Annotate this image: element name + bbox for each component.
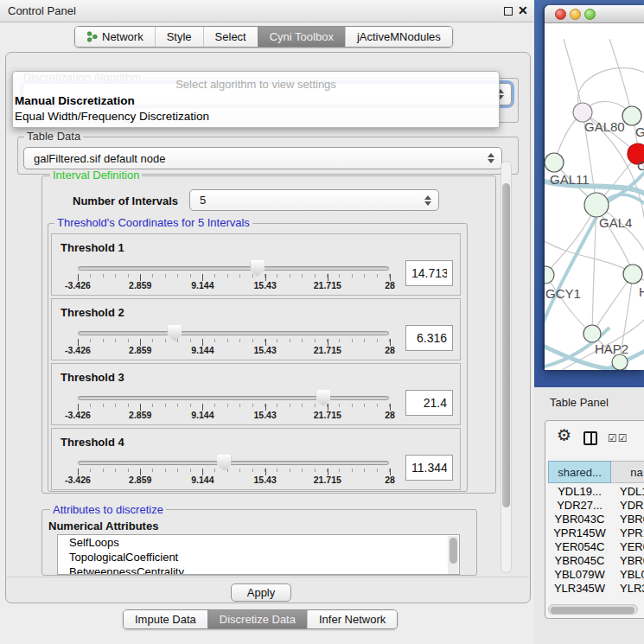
threshold-2-slider[interactable] <box>78 331 389 335</box>
cell-name[interactable]: YBR0 <box>611 513 644 526</box>
slider-tick-labels: -3.426 2.859 9.144 15.43 21.715 28 <box>78 280 390 290</box>
tab-jactivemnodules[interactable]: jActiveMNodules <box>345 27 452 47</box>
tick-label: -3.426 <box>65 280 91 290</box>
network-node[interactable] <box>612 354 628 370</box>
close-icon[interactable]: ✕ <box>518 3 528 17</box>
tab-impute-data[interactable]: Impute Data <box>124 610 207 628</box>
scrollbar-thumb[interactable] <box>502 183 510 507</box>
node-label-clipped-ga: GA <box>635 124 644 139</box>
dropdown-option-equal-width-frequency[interactable]: Equal Width/Frequency Discretization <box>15 110 209 123</box>
close-window-icon[interactable] <box>555 9 566 20</box>
tick-label: 9.144 <box>191 475 214 485</box>
tab-impute-data-label: Impute Data <box>135 613 196 626</box>
tab-infer-network[interactable]: Infer Network <box>307 610 397 628</box>
numerical-attributes-list: SelfLoops TopologicalCoefficient Between… <box>57 534 460 575</box>
scrollbar-thumb[interactable] <box>450 538 457 564</box>
cell-shared-name[interactable]: YBR043C <box>548 513 611 526</box>
tab-network[interactable]: Network <box>75 27 155 47</box>
tick-label: 21.715 <box>314 280 341 290</box>
threshold-3-slider[interactable] <box>78 396 389 400</box>
divider <box>7 577 529 577</box>
tick-label: 9.144 <box>191 345 214 355</box>
float-window-icon[interactable] <box>504 7 513 16</box>
threshold-4-value-field[interactable] <box>405 455 453 481</box>
tick-label: 15.43 <box>253 475 276 485</box>
cell-name[interactable]: YPR1 <box>611 526 644 539</box>
threshold-row-3: Threshold 3 -3.426 2.859 9.144 15.43 21.… <box>51 363 461 425</box>
table-horizontal-scrollbar[interactable] <box>548 604 638 615</box>
cell-shared-name[interactable]: YBR045C <box>548 554 611 567</box>
tick-label: 28 <box>385 345 395 355</box>
tick-label: 21.715 <box>314 410 341 420</box>
table-data-combo-value: galFiltered.sif default node <box>34 152 165 165</box>
number-of-intervals-combo[interactable]: 5 <box>189 189 439 211</box>
threshold-3-label: Threshold 3 <box>61 371 124 384</box>
zoom-window-icon[interactable] <box>584 9 596 20</box>
interval-definition-group-label: Interval Definition <box>50 169 142 182</box>
minimize-window-icon[interactable] <box>570 9 581 20</box>
network-node-gcy1[interactable] <box>545 266 554 284</box>
tab-style[interactable]: Style <box>155 27 203 47</box>
cell-name[interactable]: YDR2 <box>611 499 644 512</box>
numerical-attributes-label: Numerical Attributes <box>48 520 158 532</box>
node-label-hap2: HAP2 <box>595 341 628 356</box>
threshold-2-value-field[interactable] <box>405 325 453 351</box>
slider-tick-labels: -3.426 2.859 9.144 15.43 21.715 28 <box>78 410 390 420</box>
network-node-gal4[interactable] <box>584 193 609 217</box>
tab-select[interactable]: Select <box>203 27 258 47</box>
cell-name[interactable]: YDL1 <box>611 485 644 498</box>
cell-shared-name[interactable]: YPR145W <box>548 526 611 539</box>
cell-shared-name[interactable]: YLR345W <box>548 582 611 595</box>
tab-cyni-toolbox[interactable]: Cyni Toolbox <box>258 27 345 47</box>
cell-name[interactable]: YLR3 <box>611 582 644 595</box>
network-node[interactable] <box>622 106 641 125</box>
control-panel-titlebar: Control Panel ✕ <box>0 0 534 22</box>
tick-label: 15.43 <box>253 280 276 290</box>
list-item-betweennesscentrality[interactable]: BetweennessCentrality <box>58 564 459 575</box>
apply-button[interactable]: Apply <box>231 583 291 602</box>
tab-discretize-data[interactable]: Discretize Data <box>207 610 307 628</box>
cell-shared-name[interactable]: YER054C <box>548 540 611 553</box>
threshold-3-value-field[interactable] <box>405 390 453 416</box>
list-item-selfloops[interactable]: SelfLoops <box>58 535 459 550</box>
gear-icon[interactable]: ⚙ <box>557 427 571 443</box>
top-tab-row: Network Style Select Cyni Toolbox jActiv… <box>0 22 534 52</box>
network-graph-icon <box>86 31 98 42</box>
threshold-1-value-field[interactable] <box>405 260 453 286</box>
settings-vertical-scrollbar[interactable] <box>501 161 512 573</box>
tick-label: 2.859 <box>129 475 151 485</box>
list-item-topologicalcoefficient[interactable]: TopologicalCoefficient <box>58 550 459 564</box>
network-graph: GAL80 GA GAL11 C GAL4 GCY1 H HAP2 <box>545 23 644 370</box>
split-columns-icon[interactable] <box>583 431 597 445</box>
network-canvas[interactable]: GAL80 GA GAL11 C GAL4 GCY1 H HAP2 <box>545 23 644 370</box>
list-vertical-scrollbar[interactable] <box>448 536 458 575</box>
cell-shared-name[interactable]: YDR27... <box>548 499 611 512</box>
cell-name[interactable]: YBR0 <box>611 554 644 567</box>
threshold-1-slider[interactable] <box>78 266 389 271</box>
attributes-group-label: Attributes to discretize <box>50 504 166 516</box>
tick-label: 2.859 <box>129 410 151 420</box>
number-of-intervals-value: 5 <box>200 194 206 207</box>
cell-shared-name[interactable]: YDL19... <box>548 485 611 498</box>
cell-name[interactable]: YER0 <box>611 540 644 553</box>
cell-shared-name[interactable]: YBL079W <box>548 568 611 581</box>
network-view-window[interactable]: GAL80 GA GAL11 C GAL4 GCY1 H HAP2 <box>545 5 644 370</box>
threshold-row-4: Threshold 4 -3.426 2.859 9.144 15.43 21.… <box>51 428 461 490</box>
network-node-gal11[interactable] <box>545 153 564 172</box>
table-data-combo[interactable]: galFiltered.sif default node <box>23 147 502 169</box>
network-window-titlebar <box>545 5 644 23</box>
tick-label: -3.426 <box>65 345 91 355</box>
network-node-hap2[interactable] <box>583 325 601 342</box>
cell-name[interactable]: YBL0 <box>611 568 644 581</box>
tick-label: 15.43 <box>253 345 276 355</box>
scrollbar-thumb[interactable] <box>551 607 634 614</box>
tab-select-label: Select <box>215 30 246 43</box>
panel-title: Control Panel <box>8 4 76 17</box>
tick-label: 21.715 <box>314 345 341 355</box>
select-columns-icon[interactable]: ☑☑ <box>608 432 628 444</box>
dropdown-option-manual-discretization[interactable]: Manual Discretization <box>15 94 135 107</box>
column-header-name[interactable]: na <box>611 461 644 483</box>
column-header-shared-name[interactable]: shared... <box>548 461 611 483</box>
network-node-h[interactable] <box>623 265 642 284</box>
threshold-4-slider[interactable] <box>78 461 389 465</box>
